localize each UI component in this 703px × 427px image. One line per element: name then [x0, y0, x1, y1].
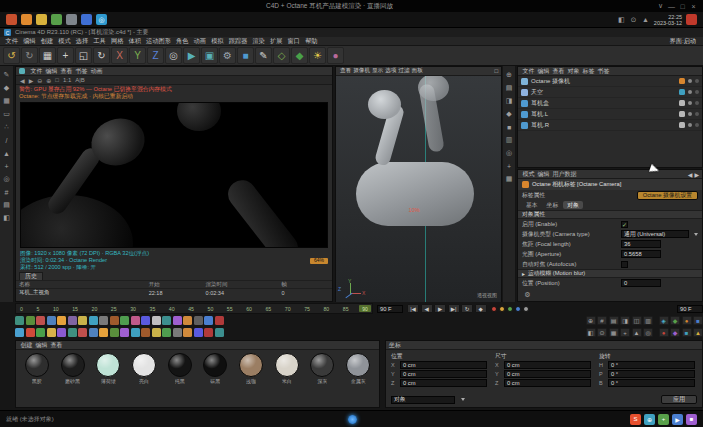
- material-sphere[interactable]: [61, 353, 85, 377]
- material-item[interactable]: 黑胶: [20, 353, 54, 384]
- sys-tray-icon[interactable]: ⊙: [629, 16, 638, 24]
- layout-select[interactable]: 启动: [684, 37, 700, 46]
- timeline-tick[interactable]: 70: [285, 306, 291, 312]
- palette-icon[interactable]: [78, 316, 87, 325]
- strip-tool-icon[interactable]: ◨: [504, 96, 515, 106]
- palette-icon[interactable]: [131, 316, 140, 325]
- visibility-dot-render[interactable]: [695, 112, 699, 116]
- palette-icon[interactable]: [152, 328, 161, 337]
- toolbar-icon[interactable]: Z: [147, 47, 164, 64]
- tray-icon[interactable]: S: [630, 414, 641, 425]
- timeline-tick[interactable]: 0: [20, 306, 23, 312]
- toolbar-icon[interactable]: ↻: [21, 47, 38, 64]
- mode-tool-icon[interactable]: ▲: [1, 148, 12, 158]
- mode-tool-icon[interactable]: ▭: [1, 109, 12, 119]
- app-icon[interactable]: [51, 14, 62, 25]
- focal-length-field[interactable]: 36: [621, 240, 661, 248]
- toolbar-icon[interactable]: ◆: [291, 47, 308, 64]
- menu-item[interactable]: 动画: [191, 37, 209, 46]
- visibility-dot-editor[interactable]: [688, 123, 692, 127]
- tool-icon[interactable]: ⊙: [597, 328, 607, 337]
- palette-icon[interactable]: [57, 316, 66, 325]
- palette-icon[interactable]: [194, 328, 203, 337]
- transport-button[interactable]: |◀: [407, 304, 419, 313]
- tool-icon[interactable]: +: [620, 328, 630, 337]
- taskbar-handle[interactable]: [348, 415, 357, 424]
- toolbar-icon[interactable]: ▣: [201, 47, 218, 64]
- timeline-tick[interactable]: 80: [323, 306, 329, 312]
- record-toggle[interactable]: [499, 306, 505, 312]
- material-item[interactable]: 亮白: [127, 353, 161, 384]
- material-sphere[interactable]: [132, 353, 156, 377]
- palette-icon[interactable]: [131, 328, 140, 337]
- material-sphere[interactable]: [275, 353, 299, 377]
- menu-item[interactable]: 角色: [173, 37, 191, 46]
- timeline-ruler[interactable]: 051015202530354045505560657075808590 90: [15, 303, 373, 314]
- extra-tool-icon[interactable]: ▲: [693, 328, 703, 337]
- pv-tool-icon[interactable]: ▶: [29, 77, 34, 84]
- mode-select[interactable]: 对象: [391, 396, 455, 404]
- viewport-canvas[interactable]: 10% 透视视图 X Y Z: [336, 76, 501, 302]
- timeline-tick[interactable]: 75: [304, 306, 310, 312]
- palette-icon[interactable]: [110, 316, 119, 325]
- extra-tool-icon[interactable]: ◆: [670, 316, 680, 325]
- toolbar-icon[interactable]: ●: [327, 47, 344, 64]
- toolbar-icon[interactable]: ◎: [165, 47, 182, 64]
- app-icon[interactable]: [6, 14, 17, 25]
- om-menu-item[interactable]: 文件: [521, 67, 536, 76]
- object-tag-icon[interactable]: [679, 89, 685, 95]
- window-control-button[interactable]: —: [666, 3, 677, 10]
- material-sphere[interactable]: [310, 353, 334, 377]
- palette-icon[interactable]: [152, 316, 161, 325]
- palette-icon[interactable]: [26, 328, 35, 337]
- object-tag-icon[interactable]: [679, 100, 685, 106]
- palette-icon[interactable]: [141, 316, 150, 325]
- tool-icon[interactable]: ◧: [586, 328, 596, 337]
- size-y-field[interactable]: 0 cm: [504, 370, 591, 378]
- material-sphere[interactable]: [239, 353, 263, 377]
- toolbar-icon[interactable]: ▦: [39, 47, 56, 64]
- pv-menu-item[interactable]: 书签: [74, 67, 89, 76]
- palette-icon[interactable]: [120, 328, 129, 337]
- timeline-tick[interactable]: 40: [169, 306, 175, 312]
- timeline-tick[interactable]: 50: [208, 306, 214, 312]
- menu-item[interactable]: 跟踪器: [226, 37, 250, 46]
- rotation-h-field[interactable]: 0 °: [608, 361, 695, 369]
- palette-icon[interactable]: [26, 316, 35, 325]
- position-y-field[interactable]: 0 cm: [400, 370, 487, 378]
- material-item[interactable]: 浅咖: [234, 353, 268, 384]
- om-menu-item[interactable]: 对象: [566, 67, 581, 76]
- transport-button[interactable]: ↻: [461, 304, 473, 313]
- visibility-dot-editor[interactable]: [688, 101, 692, 105]
- tab-object[interactable]: 对象: [563, 201, 583, 209]
- toolbar-icon[interactable]: ☀: [309, 47, 326, 64]
- timeline-playhead[interactable]: 90: [359, 305, 371, 312]
- size-z-field[interactable]: 0 cm: [504, 379, 591, 387]
- app-icon[interactable]: ◎: [96, 14, 107, 25]
- object-tag-icon[interactable]: [679, 122, 685, 128]
- om-menu-item[interactable]: 书签: [596, 67, 611, 76]
- mode-tool-icon[interactable]: ◆: [1, 83, 12, 93]
- object-row[interactable]: 耳机.R: [518, 120, 702, 131]
- toolbar-icon[interactable]: ✎: [255, 47, 272, 64]
- tab-basic[interactable]: 基本: [522, 201, 542, 209]
- tray-icon[interactable]: ⊕: [644, 414, 655, 425]
- extra-tool-icon[interactable]: ◆: [670, 328, 680, 337]
- menu-item[interactable]: 网格: [108, 37, 126, 46]
- mode-tool-icon[interactable]: ∴: [1, 122, 12, 132]
- mode-tool-icon[interactable]: /: [1, 135, 12, 145]
- menu-item[interactable]: 编辑: [21, 37, 39, 46]
- timeline-tick[interactable]: 85: [343, 306, 349, 312]
- autofocus-checkbox[interactable]: [621, 261, 628, 268]
- toolbar-icon[interactable]: ↺: [3, 47, 20, 64]
- octane-settings-button[interactable]: Octane 摄像机设置: [637, 191, 698, 200]
- viewport-maximize-icon[interactable]: □: [494, 68, 498, 74]
- timeline-tick[interactable]: 55: [227, 306, 233, 312]
- menu-item[interactable]: 工具: [91, 37, 109, 46]
- om-menu-item[interactable]: 查看: [551, 67, 566, 76]
- palette-icon[interactable]: [120, 316, 129, 325]
- mode-tool-icon[interactable]: ◧: [1, 213, 12, 223]
- object-row[interactable]: 耳机.L: [518, 109, 702, 120]
- am-nav-icon[interactable]: ◀: [688, 171, 693, 178]
- material-item[interactable]: 碳黑: [199, 353, 233, 384]
